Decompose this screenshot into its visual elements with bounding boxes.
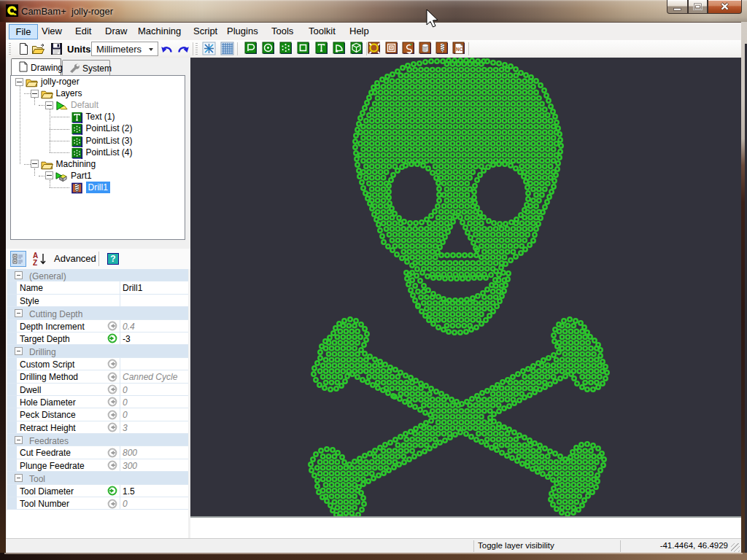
- svg-text:NC: NC: [456, 47, 463, 52]
- svg-text:Z: Z: [33, 259, 37, 266]
